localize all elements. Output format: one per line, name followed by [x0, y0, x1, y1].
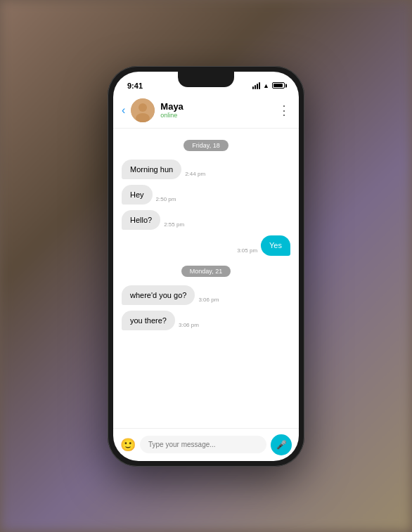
svg-point-1	[139, 103, 147, 112]
message-row: Hello? 2:55 pm	[122, 210, 290, 230]
bubble-received: Hello?	[122, 210, 160, 230]
contact-info: Maya online	[160, 101, 278, 119]
phone-frame: 9:41 ▲ ‹	[108, 66, 304, 467]
date-divider: Friday, 18	[122, 140, 290, 151]
bubble-received: Morning hun	[122, 160, 181, 179]
contact-status: online	[160, 112, 278, 119]
message-row: Hey 2:50 pm	[122, 185, 290, 205]
avatar	[131, 98, 155, 122]
message-time: 2:44 pm	[185, 171, 205, 177]
voice-button[interactable]: 🎤	[271, 434, 292, 455]
bubble-received: where'd you go?	[122, 285, 195, 305]
more-button[interactable]: ⋮	[278, 103, 290, 118]
date-divider: Monday, 21	[122, 266, 290, 277]
phone-wrapper: 9:41 ▲ ‹	[108, 66, 304, 467]
battery-icon	[272, 82, 285, 89]
message-time: 2:55 pm	[164, 221, 184, 228]
bubble-received: Hey	[122, 185, 153, 205]
mic-icon: 🎤	[276, 440, 287, 450]
back-button[interactable]: ‹	[122, 104, 125, 117]
messages-area: Friday, 18 Morning hun 2:44 pm Hey 2:50 …	[113, 129, 299, 428]
avatar-image	[131, 98, 155, 122]
status-icons: ▲	[252, 82, 285, 89]
emoji-button[interactable]: 🙂	[120, 437, 136, 453]
message-row: 3:05 pm Yes	[122, 235, 290, 255]
signal-icon	[252, 82, 260, 89]
bubble-sent: Yes	[261, 235, 290, 255]
date-label: Friday, 18	[184, 140, 228, 151]
message-time: 3:05 pm	[237, 247, 257, 254]
status-time: 9:41	[127, 82, 143, 90]
message-time: 3:06 pm	[198, 297, 219, 303]
message-row: you there? 3:06 pm	[122, 311, 290, 330]
input-area: 🙂 🎤	[113, 428, 299, 461]
phone-notch	[178, 72, 234, 87]
chat-header: ‹ Maya online ⋮	[113, 94, 299, 129]
message-row: where'd you go? 3:06 pm	[122, 285, 290, 305]
contact-name: Maya	[160, 101, 278, 112]
message-row: Morning hun 2:44 pm	[122, 160, 290, 179]
message-time: 2:50 pm	[156, 196, 176, 202]
bubble-received: you there?	[122, 311, 175, 330]
date-label: Monday, 21	[181, 266, 231, 277]
wifi-icon: ▲	[263, 82, 269, 89]
message-time: 3:06 pm	[179, 322, 199, 328]
phone-screen: 9:41 ▲ ‹	[113, 72, 299, 461]
message-input[interactable]	[140, 436, 266, 453]
